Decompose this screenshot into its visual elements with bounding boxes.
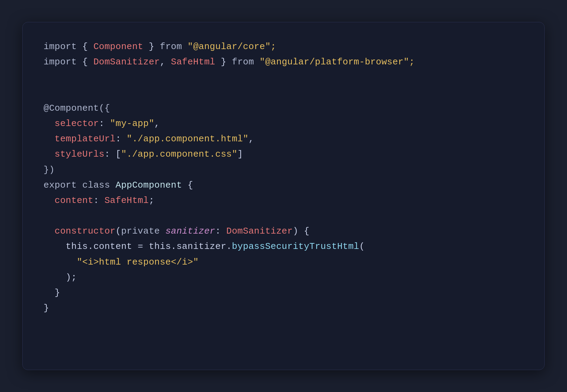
token-punct: } [44,303,49,313]
token-kw: @Component({ [44,103,110,113]
token-string: "@angular/core"; [182,41,276,52]
code-line: content: SafeHtml; [44,193,523,208]
code-line: }) [44,162,523,178]
code-line: import { DomSanitizer, SafeHtml } from "… [44,54,523,70]
code-line: selector: "my-app", [44,116,523,131]
token-kw: import [44,57,77,67]
code-editor-window: import { Component } from "@angular/core… [22,22,545,370]
token-value-str: "./app.component.html" [127,134,249,144]
code-content: import { Component } from "@angular/core… [44,39,523,316]
token-html-str: "<i>html response</i>" [77,257,199,267]
blank-line [44,208,523,224]
token-punct: { [77,41,93,52]
blank-line [44,70,523,85]
token-punct: } [143,41,160,52]
token-punct: : [ [104,149,121,159]
token-punct: ); [44,272,77,283]
token-prop: selector [44,118,99,129]
token-from-kw: from [232,57,254,67]
token-punct: ] [238,149,243,159]
token-prop: styleUrls [44,149,104,159]
token-class-name: AppComponent [116,180,182,190]
token-kw: class [82,180,110,190]
token-prop: constructor [44,226,116,236]
code-line: this.content = this.sanitizer.bypassSecu… [44,239,523,254]
token-punct: .sanitizer. [171,241,232,252]
token-punct: ) { [293,226,310,236]
token-punct: : [116,134,127,144]
token-kw: }) [44,165,55,175]
token-private-kw: private [121,226,160,236]
token-punct: , [160,57,171,67]
token-punct [77,180,82,190]
token-punct [110,180,116,190]
token-prop: templateUrl [44,134,116,144]
code-line: } [44,300,523,316]
token-value-str: "./app.component.css" [121,149,238,159]
token-punct: , [248,134,254,144]
token-punct: ; [149,195,154,206]
token-from-kw: from [160,41,182,52]
token-kw: export [44,180,77,190]
token-punct: { [77,57,93,67]
token-punct: ( [359,241,365,252]
token-this-kw: this [149,241,171,252]
blank-line [44,85,523,101]
code-line: constructor(private sanitizer: DomSaniti… [44,224,523,239]
token-string: "@angular/platform-browser"; [254,57,414,67]
token-punct: ( [116,226,121,236]
token-type-name: SafeHtml [104,195,149,206]
token-method: bypassSecurityTrustHtml [232,241,359,252]
token-punct: } [44,288,60,298]
code-line: ); [44,270,523,285]
token-punct: { [182,180,193,190]
code-line: styleUrls: ["./app.component.css"] [44,147,523,162]
token-value-str: "my-app" [110,118,154,129]
token-component: Component [93,41,143,52]
token-punct: , [154,118,160,129]
token-component: DomSanitizer [93,57,160,67]
token-component: SafeHtml [171,57,215,67]
token-punct: .content = [88,241,149,252]
code-line: "<i>html response</i>" [44,254,523,270]
code-line: @Component({ [44,101,523,116]
token-punct [44,257,77,267]
token-this-kw: this [44,241,88,252]
token-param-italic: sanitizer [165,226,215,236]
token-punct: : [93,195,104,206]
code-line: templateUrl: "./app.component.html", [44,131,523,147]
token-punct: } [215,57,232,67]
code-line: import { Component } from "@angular/core… [44,39,523,54]
token-punct: : [215,226,226,236]
token-punct: : [99,118,110,129]
token-prop: content [44,195,93,206]
token-kw: import [44,41,77,52]
code-line: } [44,285,523,300]
token-punct [160,226,165,236]
token-type-name: DomSanitizer [226,226,293,236]
code-line: export class AppComponent { [44,178,523,193]
